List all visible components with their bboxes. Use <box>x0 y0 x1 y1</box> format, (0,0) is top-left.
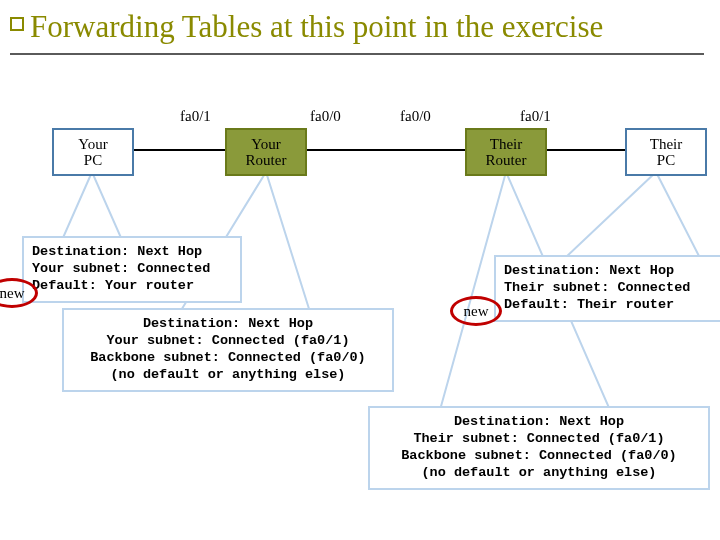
table-your-pc-l1: Destination: Next Hop <box>32 244 232 261</box>
table-their-router: Destination: Next Hop Their subnet: Conn… <box>368 406 710 490</box>
node-your-router: Your Router <box>225 128 307 176</box>
table-your-router-l4: (no default or anything else) <box>72 367 384 384</box>
table-their-pc: Destination: Next Hop Their subnet: Conn… <box>494 255 720 322</box>
table-your-pc-l3: Default: Your router <box>32 278 232 295</box>
table-your-pc: Destination: Next Hop Your subnet: Conne… <box>22 236 242 303</box>
node-their-pc-label: Their PC <box>650 136 682 169</box>
title-divider <box>10 53 704 55</box>
table-their-router-l1: Destination: Next Hop <box>378 414 700 431</box>
table-their-router-l3: Backbone subnet: Connected (fa0/0) <box>378 448 700 465</box>
new-badge-your-pc-label: new <box>0 285 25 302</box>
title-text: Forwarding Tables at this point in the e… <box>30 9 603 44</box>
iface-r2-fa00: fa0/0 <box>400 108 431 125</box>
svg-marker-2 <box>565 172 700 258</box>
iface-r1-fa00: fa0/0 <box>310 108 341 125</box>
table-your-router-l3: Backbone subnet: Connected (fa0/0) <box>72 350 384 367</box>
link-yourpc-yourrouter <box>130 149 225 151</box>
link-yourrouter-theirrouter <box>305 149 465 151</box>
slide-title: Forwarding Tables at this point in the e… <box>10 8 704 45</box>
iface-r2-fa01: fa0/1 <box>520 108 551 125</box>
table-their-pc-l2: Their subnet: Connected <box>504 280 716 297</box>
new-badge-their-pc-label: new <box>464 303 489 320</box>
table-your-router: Destination: Next Hop Your subnet: Conne… <box>62 308 394 392</box>
svg-marker-0 <box>62 172 122 240</box>
table-your-router-l2: Your subnet: Connected (fa0/1) <box>72 333 384 350</box>
table-your-pc-l2: Your subnet: Connected <box>32 261 232 278</box>
node-their-router-label: Their Router <box>486 136 527 169</box>
bullet-square-icon <box>10 17 24 31</box>
table-your-router-l1: Destination: Next Hop <box>72 316 384 333</box>
node-your-pc: Your PC <box>52 128 134 176</box>
table-their-router-l2: Their subnet: Connected (fa0/1) <box>378 431 700 448</box>
link-theirrouter-theirpc <box>545 149 625 151</box>
node-your-router-label: Your Router <box>246 136 287 169</box>
table-their-router-l4: (no default or anything else) <box>378 465 700 482</box>
node-their-pc: Their PC <box>625 128 707 176</box>
node-their-router: Their Router <box>465 128 547 176</box>
table-their-pc-l3: Default: Their router <box>504 297 716 314</box>
iface-r1-fa01: fa0/1 <box>180 108 211 125</box>
node-your-pc-label: Your PC <box>78 136 107 169</box>
new-badge-their-pc: new <box>450 296 502 326</box>
table-their-pc-l1: Destination: Next Hop <box>504 263 716 280</box>
